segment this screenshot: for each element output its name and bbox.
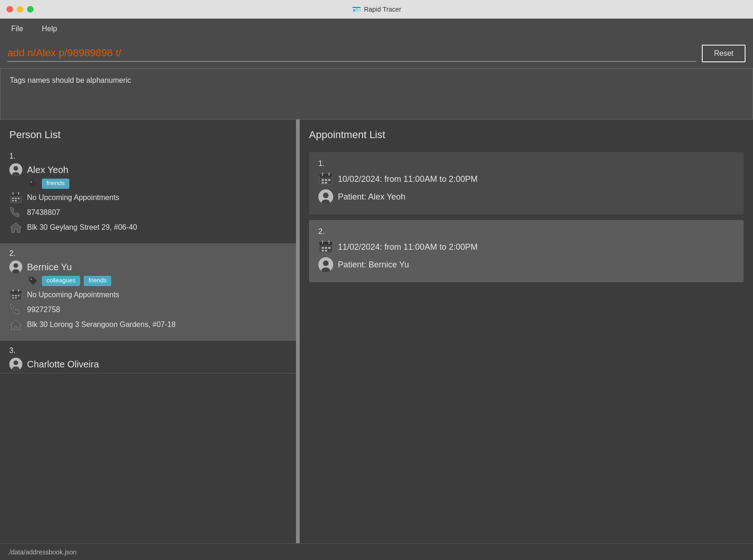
svg-rect-9 (15, 198, 17, 199)
person-list-pane: Person List 1. Alex Yeoh (0, 120, 298, 543)
person-name-row: Bernice Yu (9, 260, 287, 273)
svg-rect-35 (322, 179, 324, 181)
person-name: Charlotte Oliveira (27, 359, 99, 370)
appt-person-icon (318, 189, 333, 204)
phone-row: 99272758 (9, 303, 287, 316)
svg-rect-8 (12, 198, 14, 199)
tag-icon (28, 276, 38, 286)
svg-rect-39 (325, 182, 327, 184)
appointment-item[interactable]: 1. 10/02/2024: from 11:00AM (309, 152, 744, 214)
message-area: Tags names should be alphanumeric (0, 68, 753, 120)
svg-point-3 (31, 181, 32, 183)
person-item[interactable]: 3. Charlotte Oliveira (0, 341, 296, 373)
appointment-text: No Upcoming Appointments (27, 291, 119, 299)
tag-row: colleagues friends (28, 276, 287, 286)
home-icon (9, 221, 22, 234)
close-button[interactable] (7, 6, 13, 13)
home-icon (9, 318, 22, 331)
svg-rect-26 (15, 297, 17, 299)
svg-point-29 (13, 360, 18, 365)
appt-calendar-icon (318, 240, 333, 254)
title-bar-title: 🪪 Rapid Tracer (352, 5, 401, 14)
maximize-button[interactable] (27, 6, 34, 13)
person-item[interactable]: 2. Bernice Yu coll (0, 244, 296, 341)
svg-rect-5 (10, 193, 21, 196)
svg-rect-12 (15, 200, 17, 201)
person-index: 3. (9, 347, 287, 355)
person-name-row: Alex Yeoh (9, 163, 287, 176)
phone-icon (9, 206, 22, 219)
svg-point-17 (31, 279, 32, 280)
status-bar: ./data/addressbook.json (0, 543, 753, 560)
tag-label-friends: friends (84, 276, 111, 286)
svg-rect-23 (15, 295, 17, 296)
svg-rect-50 (322, 250, 324, 252)
tag-row: friends (28, 179, 287, 189)
appt-calendar-icon (318, 172, 333, 187)
svg-rect-22 (12, 295, 14, 296)
svg-marker-13 (10, 223, 21, 233)
phone-icon (9, 303, 22, 316)
person-avatar-icon (9, 163, 22, 176)
reset-button[interactable]: Reset (702, 45, 746, 62)
svg-rect-11 (12, 200, 14, 201)
list-area: Person List 1. Alex Yeoh (0, 120, 753, 543)
person-name: Alex Yeoh (27, 165, 68, 175)
appointment-item[interactable]: 2. 11/02/2024: from 11:00AM (309, 220, 744, 282)
person-index: 1. (9, 152, 287, 160)
phone-text: 99272758 (27, 306, 60, 314)
tag-icon (28, 179, 38, 189)
svg-rect-37 (328, 179, 330, 181)
appt-datetime-text: 10/02/2024: from 11:00AM to 2:00PM (338, 174, 477, 184)
svg-rect-32 (319, 174, 332, 177)
tag-label: friends (42, 179, 69, 189)
command-area: Reset (0, 39, 753, 68)
person-avatar-icon (9, 260, 22, 273)
calendar-icon (9, 191, 22, 204)
svg-rect-24 (18, 295, 20, 296)
appt-patient-row: Patient: Alex Yeoh (318, 189, 734, 204)
menu-bar: File Help (0, 19, 753, 39)
person-list-title: Person List (0, 120, 296, 147)
appt-patient-text: Patient: Alex Yeoh (338, 192, 405, 202)
svg-rect-25 (12, 297, 14, 299)
app-icon: 🪪 (352, 5, 361, 14)
address-text: Blk 30 Geylang Street 29, #06-40 (27, 223, 137, 232)
appointment-text: No Upcoming Appointments (27, 193, 119, 202)
title-bar: 🪪 Rapid Tracer (0, 0, 753, 19)
svg-rect-48 (325, 247, 327, 249)
appt-datetime-text: 11/02/2024: from 11:00AM to 2:00PM (338, 242, 477, 252)
menu-help[interactable]: Help (38, 23, 61, 35)
message-text: Tags names should be alphanumeric (10, 76, 131, 84)
appt-datetime-row: 11/02/2024: from 11:00AM to 2:00PM (318, 240, 734, 254)
svg-rect-51 (325, 250, 327, 252)
appointment-list-title: Appointment List (300, 120, 753, 147)
address-row: Blk 30 Geylang Street 29, #06-40 (9, 221, 287, 234)
appt-index: 2. (318, 227, 734, 236)
svg-point-1 (13, 166, 18, 171)
svg-rect-10 (18, 198, 20, 199)
appointment-row: No Upcoming Appointments (9, 191, 287, 204)
person-name-row: Charlotte Oliveira (9, 358, 287, 371)
person-index: 2. (9, 249, 287, 258)
traffic-lights (7, 6, 34, 13)
address-row: Blk 30 Lorong 3 Serangoon Gardens, #07-1… (9, 318, 287, 331)
phone-row: 87438807 (9, 206, 287, 219)
person-name: Bernice Yu (27, 262, 72, 273)
svg-point-15 (13, 263, 18, 268)
status-text: ./data/addressbook.json (7, 548, 77, 556)
appt-patient-text: Patient: Bernice Yu (338, 260, 409, 270)
menu-file[interactable]: File (7, 23, 27, 35)
person-avatar-icon (9, 358, 22, 371)
svg-rect-49 (328, 247, 330, 249)
command-input[interactable] (7, 45, 696, 62)
minimize-button[interactable] (17, 6, 23, 13)
person-item[interactable]: 1. Alex Yeoh frien (0, 147, 296, 244)
appointment-list-pane: Appointment List 1. (300, 120, 753, 543)
svg-rect-36 (325, 179, 327, 181)
svg-rect-19 (10, 291, 21, 293)
svg-point-53 (323, 260, 329, 266)
svg-point-41 (323, 193, 329, 198)
appt-datetime-row: 10/02/2024: from 11:00AM to 2:00PM (318, 172, 734, 187)
tag-label-colleagues: colleagues (42, 276, 80, 286)
